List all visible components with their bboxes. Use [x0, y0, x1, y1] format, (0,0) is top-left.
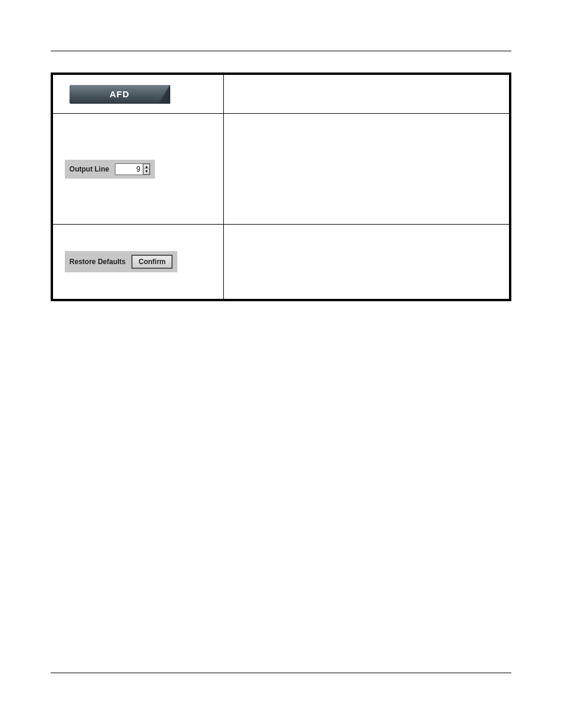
afd-table: AFD Output Line ▲ ▼ — [51, 73, 511, 301]
table-row: Output Line ▲ ▼ — [52, 114, 510, 225]
divider-bottom — [51, 673, 511, 673]
output-line-input[interactable] — [115, 164, 143, 174]
cell-empty — [224, 225, 510, 300]
chevron-down-icon: ▼ — [144, 169, 148, 173]
stepper-up[interactable]: ▲ — [143, 164, 150, 169]
cell-empty — [224, 114, 510, 225]
restore-defaults-label: Restore Defaults — [70, 258, 125, 266]
divider-top — [51, 51, 511, 51]
restore-defaults-control: Restore Defaults Confirm — [65, 251, 177, 272]
chevron-up-icon: ▲ — [144, 164, 148, 169]
cell-restore-defaults: Restore Defaults Confirm — [52, 225, 224, 300]
page-content: AFD Output Line ▲ ▼ — [0, 0, 562, 728]
output-line-label: Output Line — [70, 165, 109, 173]
output-line-field: ▲ ▼ — [115, 163, 150, 175]
afd-tab[interactable]: AFD — [70, 85, 170, 104]
cell-output-line: Output Line ▲ ▼ — [52, 114, 224, 225]
afd-tab-label: AFD — [110, 89, 130, 99]
cell-empty — [224, 74, 510, 114]
output-line-stepper: ▲ ▼ — [143, 164, 150, 174]
table-row: Restore Defaults Confirm — [52, 225, 510, 300]
output-line-control: Output Line ▲ ▼ — [65, 160, 155, 179]
table-row: AFD — [52, 74, 510, 114]
stepper-down[interactable]: ▼ — [143, 169, 150, 174]
cell-afd-tab: AFD — [52, 74, 224, 114]
confirm-button[interactable]: Confirm — [131, 255, 173, 269]
